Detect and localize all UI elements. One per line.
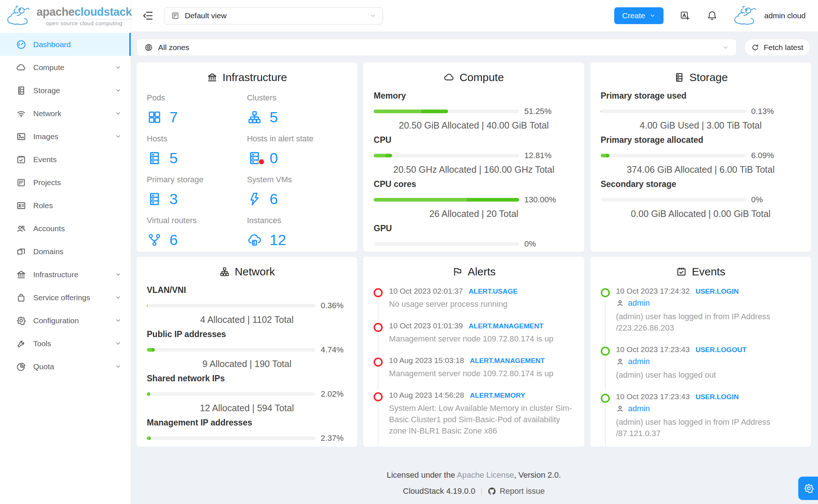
sidebar-item-service-offerings[interactable]: Service offerings (0, 286, 131, 309)
sidebar-item-roles[interactable]: Roles (0, 194, 131, 217)
chevron-down-icon (115, 133, 121, 140)
progress-bar (601, 110, 746, 113)
reload-icon (751, 43, 759, 51)
event-user-link[interactable]: admin (628, 404, 650, 413)
event-type-link[interactable]: USER.LOGIN (696, 287, 739, 295)
globe-icon (144, 43, 153, 52)
alert-type-link[interactable]: ALERT.USAGE (469, 287, 517, 295)
pie-chart-icon (16, 362, 26, 372)
progress-bar (147, 392, 316, 396)
sidebar-item-compute[interactable]: Compute (0, 56, 131, 79)
progress-bar (374, 154, 519, 157)
stat-primary-storage[interactable]: Primary storage 3 (147, 175, 247, 208)
sidebar-collapse-icon[interactable] (142, 10, 154, 22)
stat-instances[interactable]: Instances 12 (247, 216, 347, 249)
app-logo[interactable]: apachecloudstack open source cloud compu… (0, 0, 131, 31)
sidebar-menu: Dashboard Compute Storage Network Images… (0, 31, 131, 378)
progress-bar (374, 242, 519, 246)
cluster-icon (219, 266, 230, 277)
stat-pods[interactable]: Pods 7 (147, 93, 247, 126)
metric-cpu-cores: CPU cores 130.00% 26 Allocated | 20 Tota… (374, 179, 574, 219)
stat-virtual-routers[interactable]: Virtual routers 6 (147, 216, 247, 249)
sidebar-item-network[interactable]: Network (0, 102, 131, 125)
sidebar-item-tools[interactable]: Tools (0, 332, 131, 355)
github-icon (488, 487, 496, 496)
apache-license-link[interactable]: Apache License (457, 470, 514, 480)
compute-card: Compute Memory 51.25% 20.50 GiB Allocate… (363, 62, 584, 252)
metric-shared-network-ips: Shared network IPs 2.02% 12 Allocated | … (147, 374, 347, 413)
sidebar-item-domains[interactable]: Domains (0, 240, 131, 263)
host-alert-icon (247, 150, 262, 166)
alert-item: 10 Aug 2023 15:03:18ALERT.MANAGEMENT Man… (374, 356, 574, 379)
thunderbolt-icon (247, 191, 262, 207)
report-issue-link[interactable]: Report issue (488, 486, 545, 496)
infrastructure-card-title: Infrastructure (147, 71, 347, 84)
cloud-server-icon (247, 232, 262, 248)
progress-bar (374, 110, 519, 113)
metric-primary-storage-used: Primary storage used 0.13% 4.00 GiB Used… (601, 91, 801, 131)
stat-clusters[interactable]: Clusters 5 (247, 93, 347, 126)
sidebar-item-storage[interactable]: Storage (0, 79, 131, 102)
metric-public-ips: Public IP addresses 4.74% 9 Allocated | … (147, 329, 347, 369)
infrastructure-card: Infrastructure Pods 7 Clusters 5 Hosts 5… (137, 62, 357, 252)
database-icon (674, 72, 685, 83)
zone-selector[interactable]: All zones (137, 39, 737, 56)
sidebar-item-infrastructure[interactable]: Infrastructure (0, 263, 131, 286)
host-icon (147, 150, 162, 166)
sidebar-item-events[interactable]: Events (0, 148, 131, 171)
block-icon (16, 247, 26, 257)
sidebar-item-accounts[interactable]: Accounts (0, 217, 131, 240)
appstore-icon (147, 110, 162, 125)
event-user-link[interactable]: admin (628, 357, 650, 366)
version-label: CloudStack 4.19.0.0 (403, 486, 475, 496)
network-card: Network VLAN/VNI 0.36% 4 Allocated | 110… (137, 257, 357, 447)
stat-system-vms[interactable]: System VMs 6 (247, 175, 347, 208)
sidebar-item-images[interactable]: Images (0, 125, 131, 148)
team-icon (16, 224, 26, 234)
progress-bar (147, 304, 316, 308)
alerts-card: Alerts 10 Oct 2023 02:01:37ALERT.USAGE N… (363, 257, 584, 447)
metric-memory: Memory 51.25% 20.50 GiB Allocated | 40.0… (374, 91, 574, 131)
view-selector[interactable]: Default view (164, 7, 383, 24)
brand-name: apachecloudstack (37, 5, 132, 19)
storage-card: Storage Primary storage used 0.13% 4.00 … (590, 62, 811, 252)
gear-icon (16, 316, 26, 326)
alert-item: 10 Oct 2023 02:01:37ALERT.USAGE No usage… (374, 287, 574, 310)
chevron-down-icon (115, 64, 121, 70)
progress-bar (374, 198, 519, 202)
user-avatar[interactable] (732, 5, 760, 26)
chevron-down-icon (722, 44, 729, 51)
divider: | (480, 486, 482, 496)
stat-hosts[interactable]: Hosts 5 (147, 134, 247, 167)
progress-bar (147, 348, 316, 352)
sidebar-item-quota[interactable]: Quota (0, 355, 131, 378)
create-button[interactable]: Create (614, 7, 664, 24)
zone-bar: All zones Fetch latest (137, 39, 810, 56)
chevron-down-icon (115, 363, 121, 370)
project-settings-fab[interactable] (798, 477, 818, 500)
alert-type-link[interactable]: ALERT.MANAGEMENT (470, 357, 545, 364)
footer: Licensed under the Apache License, Versi… (137, 470, 811, 496)
user-icon (616, 405, 624, 413)
alert-type-link[interactable]: ALERT.MANAGEMENT (469, 322, 543, 330)
event-type-link[interactable]: USER.LOGOUT (696, 346, 746, 354)
idcard-icon (16, 201, 26, 211)
chevron-down-icon (115, 294, 121, 301)
fetch-latest-button[interactable]: Fetch latest (744, 39, 810, 56)
compute-card-title: Compute (374, 71, 574, 84)
metric-secondary-storage: Secondary storage 0% 0.00 GiB Allocated … (601, 179, 801, 219)
event-type-link[interactable]: USER.LOGIN (696, 393, 739, 401)
event-user-link[interactable]: admin (628, 298, 650, 308)
zone-selector-value: All zones (158, 43, 189, 52)
sidebar-item-projects[interactable]: Projects (0, 171, 131, 194)
notifications-bell-icon[interactable] (707, 10, 718, 21)
user-menu[interactable]: admin cloud (764, 11, 806, 20)
events-card: Events 10 Oct 2023 17:24:32USER.LOGIN ad… (590, 257, 811, 447)
progress-bar (601, 154, 746, 157)
stat-hosts-alert[interactable]: Hosts in alert state 0 (247, 134, 347, 167)
alert-type-link[interactable]: ALERT.MEMORY (470, 392, 525, 399)
sidebar-item-dashboard[interactable]: Dashboard (0, 33, 131, 56)
translate-icon[interactable] (680, 10, 691, 21)
cluster-icon (247, 110, 262, 125)
sidebar-item-configuration[interactable]: Configuration (0, 309, 131, 332)
